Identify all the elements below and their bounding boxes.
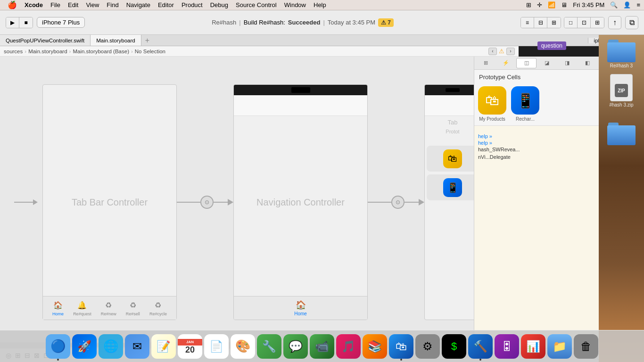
menu-window[interactable]: Window: [281, 1, 310, 8]
play-button[interactable]: ▶: [6, 17, 19, 28]
triple-view-btn[interactable]: ⊞: [591, 17, 604, 28]
dock-xcode[interactable]: 🔨: [468, 334, 493, 359]
menu-view[interactable]: View: [82, 1, 103, 8]
device-selector[interactable]: iPhone 7 Plus: [37, 17, 85, 28]
tab-request[interactable]: 🔔 Re#quest: [73, 300, 91, 316]
bc-sep2: ›: [69, 49, 71, 54]
calendar-month: JAN: [178, 339, 202, 346]
menu-bar-icon-grid: ⊞: [526, 1, 531, 8]
menu-file[interactable]: File: [47, 1, 64, 8]
add-tab-btn[interactable]: +: [141, 35, 153, 46]
upload-button[interactable]: ↑: [608, 16, 621, 29]
desktop-folder-2[interactable]: [607, 123, 636, 145]
canvas-area[interactable]: Tab Bar Controller 🏠 Home 🔔 Re#quest: [0, 57, 474, 348]
prototype-cell-recharge[interactable]: 📱 Rechar...: [511, 86, 539, 122]
dock-launchpad[interactable]: 🚀: [72, 334, 97, 359]
trash-icon: 🗑: [580, 340, 592, 353]
proto-cell-2: 📱: [427, 174, 474, 200]
dock-ibooks[interactable]: 📚: [363, 334, 387, 359]
breadcrumb-nav: ‹ ⚠ ›: [488, 48, 515, 55]
file-tab-storyboard[interactable]: Main.storyboard: [91, 35, 141, 46]
help-link-1[interactable]: help »: [478, 133, 595, 139]
table-view-controller[interactable]: Tab Protot 🛍 📱: [424, 84, 474, 320]
insp-tab-2[interactable]: ⚡: [496, 58, 516, 68]
dock-activitymonitor[interactable]: 📊: [521, 334, 545, 359]
insp-tab-1[interactable]: ⊞: [476, 58, 495, 68]
dock-messages[interactable]: 💬: [283, 334, 308, 359]
file-tabs-right: iphone - Ho... +: [588, 35, 599, 46]
dock-calendar[interactable]: JAN 20: [178, 334, 202, 359]
breadcrumb-sources[interactable]: sources: [4, 49, 23, 54]
help-link-2[interactable]: help »: [478, 140, 595, 146]
menu-navigate[interactable]: Navigate: [123, 1, 154, 8]
dock-notes[interactable]: 📝: [151, 334, 176, 359]
tab-renew[interactable]: ♻ Re#new: [101, 300, 116, 316]
zip-icon-container: ZIP: [610, 74, 633, 101]
storyboard-tab-label: Main.storyboard: [96, 38, 135, 43]
assistant-editor-btn[interactable]: ⊟: [534, 17, 547, 28]
tab-recycle-label: Re#cycle: [149, 312, 167, 316]
breadcrumb: sources › Main.storyboard › Main.storybo…: [0, 46, 519, 57]
dock-trash[interactable]: 🗑: [574, 334, 598, 359]
share-button[interactable]: ⧉: [625, 16, 638, 29]
menu-bar-list-icon[interactable]: ≡: [636, 1, 640, 8]
tab-resell-icon: ♻: [128, 300, 138, 311]
menu-editor[interactable]: Editor: [154, 1, 178, 8]
single-view-btn[interactable]: □: [564, 17, 578, 28]
dock-music[interactable]: 🎵: [336, 334, 361, 359]
dock-appstore[interactable]: 🛍: [389, 334, 413, 359]
dock-screencapture[interactable]: 🔧: [257, 334, 281, 359]
bc-back-btn[interactable]: ‹: [488, 48, 497, 55]
tab-recycle[interactable]: ♻ Re#cycle: [149, 300, 167, 316]
dock-photos[interactable]: 🎨: [231, 334, 255, 359]
standard-editor-btn[interactable]: ≡: [521, 17, 534, 28]
safari-icon: 🌐: [103, 339, 118, 354]
dock-instruments[interactable]: 🎛: [495, 334, 519, 359]
menu-xcode[interactable]: Xcode: [21, 1, 47, 8]
menu-bar-search-icon[interactable]: 🔍: [610, 1, 618, 8]
dock-preferences[interactable]: ⚙: [415, 334, 440, 359]
tvc-header-label: Tab: [425, 116, 474, 129]
insp-tab-6[interactable]: ◧: [578, 58, 597, 68]
stop-button[interactable]: ■: [19, 17, 33, 28]
apple-menu[interactable]: 🍎: [4, 0, 21, 9]
segue-circle-2: ⊙: [391, 196, 405, 209]
split-view-btn[interactable]: ⊡: [578, 17, 591, 28]
dock-textedit[interactable]: 📄: [204, 334, 229, 359]
dock-finder[interactable]: 🔵: [46, 334, 70, 359]
file-tab-swift[interactable]: QuestPopUPViewController.swift: [0, 35, 91, 46]
tab-home[interactable]: 🏠 Home: [52, 300, 64, 316]
dock-mail[interactable]: ✉: [125, 334, 149, 359]
zip-icon: ZIP: [615, 84, 628, 97]
tab-resell[interactable]: ♻ Re#sell: [126, 300, 140, 316]
menu-product[interactable]: Product: [178, 1, 206, 8]
menu-find[interactable]: Find: [103, 1, 122, 8]
segue-line-1b: [214, 202, 228, 203]
xcode-main: QuestPopUPViewController.swift Main.stor…: [0, 35, 599, 362]
prototype-cell-products[interactable]: 🛍 My Products: [478, 86, 506, 122]
menu-source-control[interactable]: Source Control: [232, 1, 281, 8]
insp-tab-4[interactable]: ◪: [537, 58, 557, 68]
right-extra-tab[interactable]: iphone - Ho...: [588, 38, 599, 43]
tvc-status-bar: [425, 85, 474, 95]
dock-folder2[interactable]: 📁: [547, 334, 572, 359]
dock-safari[interactable]: 🌐: [99, 334, 123, 359]
menu-debug[interactable]: Debug: [206, 1, 232, 8]
breadcrumb-base[interactable]: Main.storyboard (Base): [73, 49, 129, 54]
dock-terminal[interactable]: $: [442, 334, 466, 359]
bc-forward-btn[interactable]: ›: [506, 48, 515, 55]
insp-tab-3[interactable]: ◫: [516, 58, 537, 68]
dock-facetime[interactable]: 📹: [310, 334, 334, 359]
tab-bar-controller[interactable]: Tab Bar Controller 🏠 Home 🔔 Re#quest: [42, 84, 177, 320]
insp-tab-5[interactable]: ◨: [558, 58, 577, 68]
breadcrumb-mainstoryboard[interactable]: Main.storyboard: [28, 49, 67, 54]
right-bottom-panel: help » help » hash_SWRevea... nVi...Dele…: [474, 125, 599, 348]
desktop-zip-file[interactable]: ZIP #hash 3.zip: [609, 74, 633, 107]
desktop-folder-rehash3[interactable]: Re#hash 3: [607, 40, 636, 68]
activitymonitor-icon: 📊: [526, 340, 540, 353]
menu-help[interactable]: Help: [310, 1, 330, 8]
folder2-dock-icon: 📁: [553, 340, 567, 353]
navigation-controller[interactable]: Navigation Controller 🏠 Home: [233, 84, 368, 320]
menu-edit[interactable]: Edit: [64, 1, 82, 8]
version-editor-btn[interactable]: ⊞: [547, 17, 561, 28]
